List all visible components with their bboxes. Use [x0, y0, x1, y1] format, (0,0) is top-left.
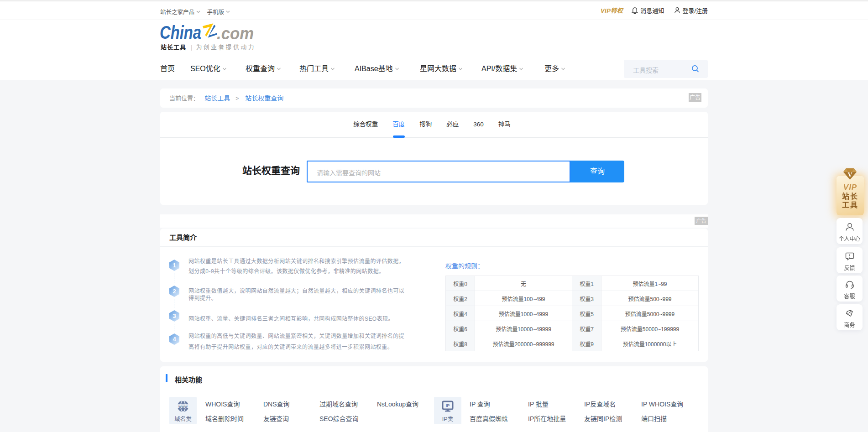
svg-text:www: www	[178, 404, 188, 409]
svg-text:IP: IP	[446, 403, 450, 408]
svg-text:V: V	[847, 172, 852, 178]
